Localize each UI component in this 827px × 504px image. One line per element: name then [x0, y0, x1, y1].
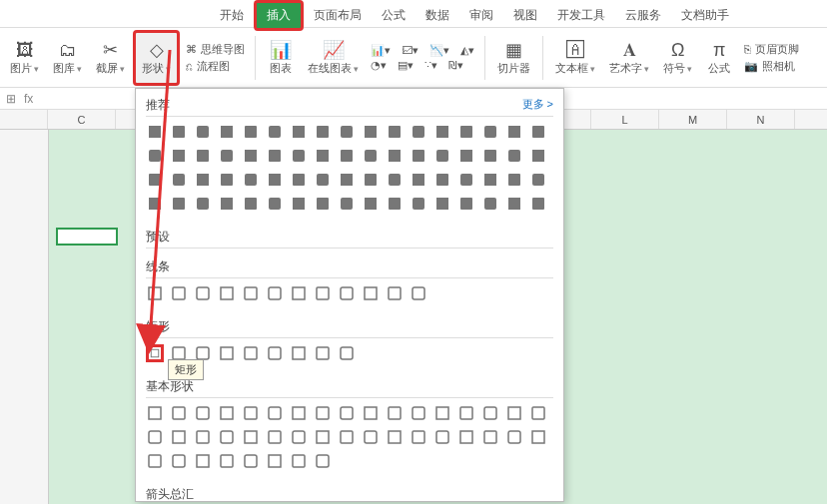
shape-item[interactable] [290, 344, 308, 362]
shape-item[interactable] [362, 195, 380, 213]
shape-item[interactable] [338, 171, 356, 189]
shape-item[interactable] [433, 404, 451, 422]
btn-shapes[interactable]: ◇形状 [133, 30, 180, 86]
shape-item[interactable] [314, 195, 332, 213]
shape-item[interactable] [338, 344, 356, 362]
shape-item[interactable] [362, 171, 380, 189]
shape-item[interactable] [170, 171, 188, 189]
btn-flowchart[interactable]: ⎌流程图 [186, 59, 245, 74]
shape-item[interactable] [457, 404, 475, 422]
shape-item[interactable] [529, 147, 547, 165]
shape-item[interactable] [242, 171, 260, 189]
shape-item[interactable] [386, 123, 404, 141]
shape-item[interactable] [529, 195, 547, 213]
shape-item[interactable] [242, 147, 260, 165]
col-icon[interactable]: 🗠▾ [402, 44, 418, 57]
tab-insert[interactable]: 插入 [254, 0, 304, 31]
shape-item[interactable] [338, 147, 356, 165]
shape-item[interactable] [170, 195, 188, 213]
shape-item[interactable] [146, 404, 164, 422]
shape-item[interactable] [170, 123, 188, 141]
shape-item[interactable] [146, 171, 164, 189]
shape-item[interactable] [314, 284, 332, 302]
shape-item[interactable] [362, 404, 380, 422]
shape-item[interactable] [266, 123, 284, 141]
shape-item[interactable] [146, 195, 164, 213]
shape-item[interactable] [266, 195, 284, 213]
shape-item[interactable] [266, 147, 284, 165]
shape-item[interactable] [433, 428, 451, 446]
shape-item[interactable] [481, 171, 499, 189]
shape-item[interactable] [218, 428, 236, 446]
shape-item[interactable] [410, 284, 427, 302]
tab-view[interactable]: 视图 [503, 3, 547, 28]
shape-item[interactable] [314, 428, 332, 446]
shape-item[interactable] [266, 344, 284, 362]
shape-item[interactable] [410, 171, 427, 189]
shape-item[interactable] [362, 284, 380, 302]
shape-item[interactable] [410, 147, 427, 165]
shape-item[interactable] [481, 147, 499, 165]
shape-item[interactable] [433, 123, 451, 141]
shape-item[interactable] [338, 123, 356, 141]
shape-item[interactable] [170, 284, 188, 302]
btn-header[interactable]: ⎘页眉页脚 [744, 42, 799, 57]
shape-item[interactable] [266, 404, 284, 422]
shape-item[interactable] [386, 195, 404, 213]
tab-review[interactable]: 审阅 [459, 3, 503, 28]
btn-wordart[interactable]: 𝐀艺术字 [603, 30, 655, 86]
shape-item[interactable] [410, 428, 427, 446]
shape-item[interactable] [386, 284, 404, 302]
shape-item[interactable] [457, 428, 475, 446]
shape-item[interactable] [505, 171, 523, 189]
shape-item[interactable] [290, 404, 308, 422]
shape-item[interactable] [457, 195, 475, 213]
shape-item[interactable] [505, 428, 523, 446]
shape-item[interactable] [314, 123, 332, 141]
col-m[interactable]: M [659, 110, 727, 129]
shape-item[interactable] [290, 171, 308, 189]
shape-item[interactable] [242, 284, 260, 302]
line-icon[interactable]: 📉▾ [429, 44, 449, 57]
shape-item[interactable] [146, 147, 164, 165]
shape-item[interactable] [362, 428, 380, 446]
shape-item[interactable] [266, 452, 284, 470]
shape-item[interactable] [194, 171, 212, 189]
shape-item[interactable] [314, 452, 332, 470]
btn-gallery[interactable]: 🗂图库 [47, 30, 88, 86]
shape-item[interactable] [481, 123, 499, 141]
shape-item[interactable] [386, 171, 404, 189]
shape-item[interactable] [242, 344, 260, 362]
shape-item[interactable] [338, 428, 356, 446]
shape-item[interactable] [433, 195, 451, 213]
shape-item[interactable] [170, 452, 188, 470]
btn-mindmap[interactable]: ⌘思维导图 [186, 42, 245, 57]
shape-item[interactable] [386, 428, 404, 446]
shape-item[interactable] [218, 404, 236, 422]
shape-item[interactable] [290, 147, 308, 165]
scatter-icon[interactable]: ∵▾ [424, 59, 437, 72]
stock-icon[interactable]: ₪▾ [448, 59, 463, 72]
shape-item[interactable] [194, 147, 212, 165]
shape-item[interactable] [290, 452, 308, 470]
shape-item[interactable] [290, 284, 308, 302]
shape-item[interactable] [362, 123, 380, 141]
shape-item[interactable] [529, 171, 547, 189]
shape-item[interactable] [218, 452, 236, 470]
shape-item[interactable] [242, 452, 260, 470]
shape-item[interactable] [290, 123, 308, 141]
shape-item[interactable] [529, 123, 547, 141]
namebox-icon[interactable]: ⊞ [6, 92, 16, 106]
shape-item[interactable] [457, 147, 475, 165]
shape-item[interactable] [146, 123, 164, 141]
btn-picture[interactable]: 🖼图片 [4, 30, 45, 86]
shape-item[interactable] [242, 404, 260, 422]
shape-item[interactable] [146, 284, 164, 302]
shape-item[interactable] [170, 147, 188, 165]
shape-item[interactable] [194, 428, 212, 446]
shape-item[interactable] [290, 195, 308, 213]
shape-item[interactable] [146, 428, 164, 446]
shape-item[interactable] [218, 123, 236, 141]
shape-item[interactable] [170, 404, 188, 422]
bar-icon[interactable]: 📊▾ [371, 44, 391, 57]
